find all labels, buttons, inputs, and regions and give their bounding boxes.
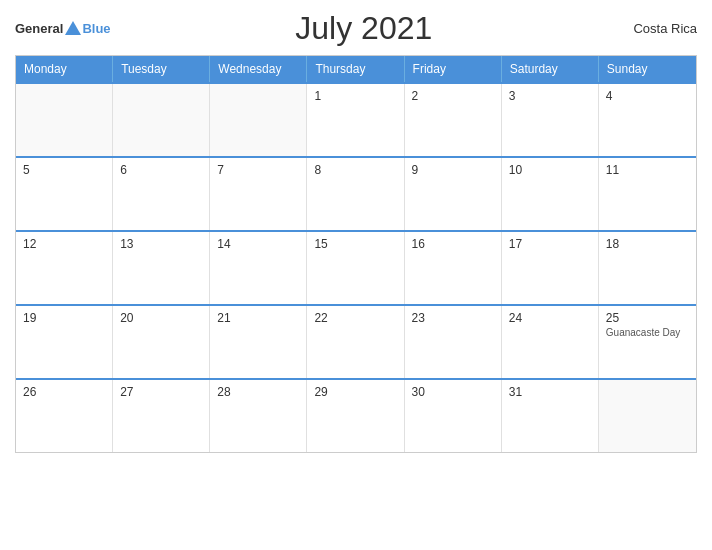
day-cell-7: 7 <box>210 158 307 230</box>
week-row-3: 12 13 14 15 16 17 18 <box>16 230 696 304</box>
day-cell-empty <box>16 84 113 156</box>
day-cell-10: 10 <box>502 158 599 230</box>
day-cell-15: 15 <box>307 232 404 304</box>
logo-blue-text: Blue <box>82 21 110 36</box>
day-cell-25: 25 Guanacaste Day <box>599 306 696 378</box>
day-headers-row: Monday Tuesday Wednesday Thursday Friday… <box>16 56 696 82</box>
day-cell-5: 5 <box>16 158 113 230</box>
day-cell-27: 27 <box>113 380 210 452</box>
week-row-2: 5 6 7 8 9 10 11 <box>16 156 696 230</box>
day-cell-2: 2 <box>405 84 502 156</box>
day-cell-21: 21 <box>210 306 307 378</box>
day-cell-29: 29 <box>307 380 404 452</box>
day-cell-8: 8 <box>307 158 404 230</box>
day-cell-24: 24 <box>502 306 599 378</box>
day-header-tuesday: Tuesday <box>113 56 210 82</box>
day-cell-14: 14 <box>210 232 307 304</box>
week-row-5: 26 27 28 29 30 31 <box>16 378 696 453</box>
day-cell-20: 20 <box>113 306 210 378</box>
day-header-wednesday: Wednesday <box>210 56 307 82</box>
day-cell-empty <box>210 84 307 156</box>
day-cell-12: 12 <box>16 232 113 304</box>
day-header-friday: Friday <box>405 56 502 82</box>
day-cell-empty <box>599 380 696 452</box>
day-cell-13: 13 <box>113 232 210 304</box>
day-cell-11: 11 <box>599 158 696 230</box>
calendar-title: July 2021 <box>111 10 617 47</box>
day-cell-4: 4 <box>599 84 696 156</box>
day-cell-22: 22 <box>307 306 404 378</box>
day-cell-empty <box>113 84 210 156</box>
calendar-container: General Blue July 2021 Costa Rica Monday… <box>0 0 712 550</box>
day-cell-23: 23 <box>405 306 502 378</box>
logo-general-text: General <box>15 21 63 36</box>
day-cell-1: 1 <box>307 84 404 156</box>
day-header-saturday: Saturday <box>502 56 599 82</box>
day-header-thursday: Thursday <box>307 56 404 82</box>
day-cell-26: 26 <box>16 380 113 452</box>
day-cell-6: 6 <box>113 158 210 230</box>
holiday-guanacaste: Guanacaste Day <box>606 327 681 338</box>
logo-triangle-icon <box>65 21 81 35</box>
day-cell-17: 17 <box>502 232 599 304</box>
day-cell-18: 18 <box>599 232 696 304</box>
calendar-grid: Monday Tuesday Wednesday Thursday Friday… <box>15 55 697 453</box>
week-row-1: 1 2 3 4 <box>16 82 696 156</box>
country-label: Costa Rica <box>617 21 697 36</box>
day-cell-31: 31 <box>502 380 599 452</box>
day-cell-9: 9 <box>405 158 502 230</box>
day-cell-16: 16 <box>405 232 502 304</box>
day-cell-3: 3 <box>502 84 599 156</box>
logo: General Blue <box>15 21 111 36</box>
calendar-header: General Blue July 2021 Costa Rica <box>15 10 697 47</box>
day-header-sunday: Sunday <box>599 56 696 82</box>
day-cell-19: 19 <box>16 306 113 378</box>
week-row-4: 19 20 21 22 23 24 25 Guanacaste Day <box>16 304 696 378</box>
day-cell-28: 28 <box>210 380 307 452</box>
day-cell-30: 30 <box>405 380 502 452</box>
day-header-monday: Monday <box>16 56 113 82</box>
